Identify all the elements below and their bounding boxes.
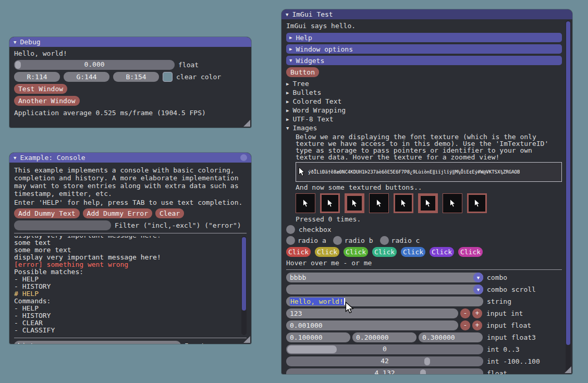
add-dummy-text-button[interactable]: Add Dummy Text xyxy=(14,208,80,218)
radio-b-widget[interactable] xyxy=(333,236,342,245)
radio-a-widget[interactable] xyxy=(286,236,295,245)
click-button-3[interactable]: Click xyxy=(344,247,368,257)
hover-text[interactable]: Hover over me - or me xyxy=(286,259,562,267)
float-range-slider[interactable]: 4.132 xyxy=(286,368,483,374)
text-caret xyxy=(344,298,345,305)
float3-z-value: 0.300000 xyxy=(422,333,455,341)
add-dummy-error-button[interactable]: Add Dummy Error xyxy=(83,208,152,218)
console-command-input[interactable]: hist xyxy=(14,341,181,344)
collapse-arrow-icon: ▼ xyxy=(289,58,292,63)
color-r-drag[interactable]: R:114 xyxy=(14,72,60,82)
radio-c-label: radio c xyxy=(391,237,420,244)
tree-node-label: Word Wrapping xyxy=(292,106,346,114)
widgets-header[interactable]: ▼ Widgets xyxy=(286,56,562,65)
tree-node-utf8-text[interactable]: ▶ UTF-8 Text xyxy=(286,115,562,123)
float-slider-value: 0.000 xyxy=(14,60,175,68)
chevron-down-icon: ▼ xyxy=(477,275,480,280)
cursor-icon xyxy=(302,199,309,208)
tree-node-images[interactable]: ▼ Images xyxy=(286,123,562,132)
combo-arrow-button[interactable]: ▼ xyxy=(473,285,483,294)
click-button-5[interactable]: Click xyxy=(401,247,425,257)
int-decrement-button[interactable]: - xyxy=(460,308,470,318)
float-increment-button[interactable]: + xyxy=(472,320,482,330)
resize-grip[interactable] xyxy=(243,120,250,127)
window-options-header[interactable]: ▶ Window options xyxy=(286,44,562,54)
resize-grip[interactable] xyxy=(565,366,571,373)
image-button[interactable] xyxy=(443,193,462,213)
debug-window: ▼ Debug Hello, world! 0.000 float R:114 … xyxy=(9,37,251,128)
log-line: some text xyxy=(14,239,238,246)
collapse-arrow-icon[interactable]: ▼ xyxy=(286,12,288,17)
string-input[interactable]: Hello, world! xyxy=(286,296,483,306)
checkbox-label: checkbox xyxy=(299,226,332,233)
combo-arrow-button[interactable]: ▼ xyxy=(473,273,483,282)
float-input-label: input float xyxy=(486,322,531,329)
tree-arrow-icon: ▶ xyxy=(286,99,289,104)
radio-c-widget[interactable] xyxy=(380,236,389,245)
combo-scroll-select[interactable] xyxy=(286,285,483,294)
float3-input-z[interactable]: 0.300000 xyxy=(419,332,483,342)
combo-select[interactable]: bbbb xyxy=(286,273,483,282)
log-line: display very important message here! xyxy=(14,254,238,261)
collapse-arrow-icon[interactable]: ▼ xyxy=(14,40,16,45)
tree-node-word-wrapping[interactable]: ▶ Word Wrapping xyxy=(286,106,562,115)
click-button-1[interactable]: Click xyxy=(286,247,311,257)
int-input[interactable]: 123 xyxy=(286,308,458,318)
imgui-test-titlebar[interactable]: ▼ ImGui Test xyxy=(281,9,572,19)
console-help-text: Enter 'HELP' for help, press TAB to use … xyxy=(14,199,247,206)
console-titlebar[interactable]: ▼ Example: Console xyxy=(9,153,251,163)
click-button-6[interactable]: Click xyxy=(430,247,454,257)
image-button[interactable] xyxy=(467,193,487,213)
image-button[interactable] xyxy=(369,193,389,213)
image-button[interactable] xyxy=(296,193,315,213)
close-button[interactable] xyxy=(240,154,247,161)
click-button-2[interactable]: Click xyxy=(315,247,339,257)
float-input[interactable]: 0.001000 xyxy=(286,320,458,330)
tree-node-colored-text[interactable]: ▶ Colored Text xyxy=(286,97,562,106)
float-decrement-button[interactable]: - xyxy=(460,320,470,330)
image-button[interactable] xyxy=(345,193,364,213)
scrollbar-thumb[interactable] xyxy=(242,237,246,311)
tree-arrow-icon: ▶ xyxy=(286,81,289,87)
image-button[interactable] xyxy=(394,193,413,213)
console-window: ▼ Example: Console This example implemen… xyxy=(9,153,251,344)
click-button-7[interactable]: Click xyxy=(458,247,483,257)
textured-buttons-text: And now some textured buttons.. xyxy=(296,183,562,191)
color-swatch[interactable] xyxy=(163,72,173,82)
cursor-icon xyxy=(474,199,480,208)
filter-input[interactable] xyxy=(14,220,111,230)
float3-input-y[interactable]: 0.200000 xyxy=(352,332,416,342)
int-slider[interactable]: 0 xyxy=(286,344,483,354)
color-b-drag[interactable]: B:154 xyxy=(113,72,159,82)
image-button[interactable] xyxy=(418,193,438,213)
resize-grip[interactable] xyxy=(243,336,250,343)
chevron-down-icon: ▼ xyxy=(477,287,480,292)
console-log[interactable]: display very important message here! som… xyxy=(14,236,247,335)
tree-node-tree[interactable]: ▶ Tree xyxy=(286,79,562,88)
scrollbar[interactable] xyxy=(241,236,247,335)
separator xyxy=(286,269,562,270)
font-texture-image[interactable]: úÇf}·(ü)[]‖X¼ŷñ¾ÒÓÔÕÖ×ØÙÛ½¾šŽ8éê/â≤èbíìŷ… xyxy=(296,162,562,182)
test-window-button[interactable]: Test Window xyxy=(14,84,67,94)
int-increment-button[interactable]: + xyxy=(472,308,482,318)
int-range-slider[interactable]: 42 xyxy=(286,356,483,366)
float-slider[interactable]: 0.000 xyxy=(14,60,175,70)
another-window-button[interactable]: Another Window xyxy=(14,96,80,106)
float3-input-x[interactable]: 0.100000 xyxy=(286,332,350,342)
scrollbar[interactable] xyxy=(566,20,571,372)
collapse-arrow-icon[interactable]: ▼ xyxy=(14,155,16,160)
tree-node-bullets[interactable]: ▶ Bullets xyxy=(286,88,562,97)
help-header[interactable]: ▶ Help xyxy=(286,33,562,42)
clear-button[interactable]: Clear xyxy=(155,208,184,218)
window-title: Example: Console xyxy=(20,154,85,162)
color-g-drag[interactable]: G:144 xyxy=(64,72,109,82)
button-widget[interactable]: Button xyxy=(286,67,319,77)
log-line: - CLASSIFY xyxy=(14,327,238,334)
header-label: Help xyxy=(296,34,312,42)
click-button-4[interactable]: Click xyxy=(372,247,397,257)
checkbox-widget[interactable] xyxy=(286,225,295,234)
debug-titlebar[interactable]: ▼ Debug xyxy=(9,37,251,47)
scrollbar-thumb[interactable] xyxy=(566,21,570,345)
image-button[interactable] xyxy=(320,193,340,213)
separator xyxy=(14,338,247,338)
